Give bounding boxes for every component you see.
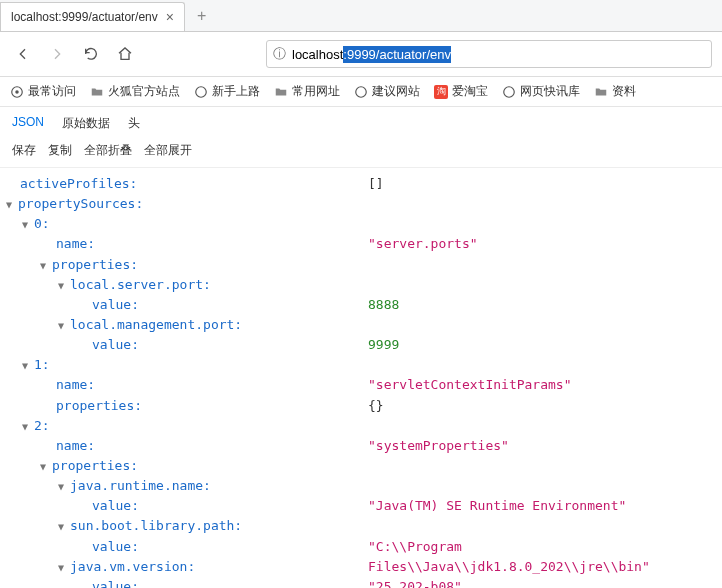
tab-title: localhost:9999/actuator/env — [11, 10, 158, 24]
json-value: 8888 — [368, 295, 399, 315]
browser-tab[interactable]: localhost:9999/actuator/env × — [0, 2, 185, 31]
json-key[interactable]: ▼1: — [4, 355, 60, 375]
collapse-icon[interactable]: ▼ — [38, 459, 48, 475]
url-text: localhost:9999/actuator/env — [292, 47, 705, 62]
svg-point-0 — [15, 90, 19, 94]
reload-button[interactable] — [78, 41, 104, 67]
new-tab-button[interactable]: + — [185, 1, 218, 31]
collapse-icon[interactable]: ▼ — [56, 278, 66, 294]
json-key[interactable]: ▼java.runtime.name: — [4, 476, 221, 496]
json-value: 9999 — [368, 335, 399, 355]
collapse-icon[interactable]: ▼ — [56, 519, 66, 535]
forward-button[interactable] — [44, 41, 70, 67]
json-key[interactable]: ▼properties: — [4, 255, 148, 275]
actions-bar: 保存 复制 全部折叠 全部展开 — [0, 138, 722, 168]
bookmark-newbie[interactable]: 新手上路 — [194, 83, 260, 100]
tab-head[interactable]: 头 — [128, 115, 140, 132]
json-key[interactable]: ▼java.vm.version: — [4, 557, 205, 577]
action-copy[interactable]: 复制 — [48, 142, 72, 159]
json-key[interactable]: ▼properties: — [4, 456, 148, 476]
bookmark-most-visited[interactable]: 最常访问 — [10, 83, 76, 100]
info-icon[interactable]: ⓘ — [273, 45, 286, 63]
json-key[interactable]: ▼propertySources: — [4, 194, 153, 214]
json-value: "25.202-b08" — [368, 577, 462, 588]
collapse-icon[interactable]: ▼ — [38, 258, 48, 274]
url-bar[interactable]: ⓘ localhost:9999/actuator/env — [266, 40, 712, 68]
json-key[interactable]: properties: — [4, 396, 152, 416]
json-key[interactable]: ▼local.server.port: — [4, 275, 221, 295]
bookmark-data[interactable]: 资料 — [594, 83, 636, 100]
collapse-icon[interactable]: ▼ — [4, 197, 14, 213]
nav-row: ⓘ localhost:9999/actuator/env — [0, 32, 722, 77]
json-viewer: activeProfiles:[] ▼propertySources: ▼0: … — [0, 168, 722, 588]
svg-point-4 — [504, 86, 515, 97]
bookmarks-bar: 最常访问 火狐官方站点 新手上路 常用网址 建议网站 淘爱淘宝 网页快讯库 资料 — [0, 77, 722, 107]
collapse-icon[interactable]: ▼ — [20, 358, 30, 374]
collapse-icon[interactable]: ▼ — [20, 419, 30, 435]
action-expand-all[interactable]: 全部展开 — [144, 142, 192, 159]
json-value: [] — [368, 174, 384, 194]
json-key[interactable]: ▼2: — [4, 416, 60, 436]
action-save[interactable]: 保存 — [12, 142, 36, 159]
json-key[interactable]: ▼sun.boot.library.path: — [4, 516, 252, 536]
tab-json[interactable]: JSON — [12, 115, 44, 132]
action-collapse-all[interactable]: 全部折叠 — [84, 142, 132, 159]
svg-point-2 — [196, 86, 207, 97]
json-key[interactable]: value: — [4, 496, 149, 516]
taobao-icon: 淘 — [434, 85, 448, 99]
json-value: "systemProperties" — [368, 436, 509, 456]
tab-bar: localhost:9999/actuator/env × + — [0, 0, 722, 32]
bookmark-suggest[interactable]: 建议网站 — [354, 83, 420, 100]
json-value: "Java(TM) SE Runtime Environment" — [368, 496, 626, 516]
json-key[interactable]: value: — [4, 537, 149, 557]
json-key[interactable]: name: — [4, 234, 105, 254]
json-key[interactable]: name: — [4, 375, 105, 395]
collapse-icon[interactable]: ▼ — [20, 217, 30, 233]
collapse-icon[interactable]: ▼ — [56, 318, 66, 334]
json-key[interactable]: ▼local.management.port: — [4, 315, 252, 335]
json-value: "server.ports" — [368, 234, 478, 254]
collapse-icon[interactable]: ▼ — [56, 560, 66, 576]
bookmark-flash[interactable]: 网页快讯库 — [502, 83, 580, 100]
json-key[interactable]: value: — [4, 295, 149, 315]
json-key[interactable]: value: — [4, 577, 149, 588]
json-key[interactable]: ▼0: — [4, 214, 60, 234]
svg-point-3 — [356, 86, 367, 97]
home-button[interactable] — [112, 41, 138, 67]
bookmark-common[interactable]: 常用网址 — [274, 83, 340, 100]
json-key[interactable]: activeProfiles: — [4, 174, 147, 194]
collapse-icon[interactable]: ▼ — [56, 479, 66, 495]
json-value: "C:\\Program Files\\Java\\jdk1.8.0_202\\… — [368, 537, 722, 577]
close-icon[interactable]: × — [166, 9, 174, 25]
json-key[interactable]: name: — [4, 436, 105, 456]
bookmark-firefox[interactable]: 火狐官方站点 — [90, 83, 180, 100]
back-button[interactable] — [10, 41, 36, 67]
view-tabs: JSON 原始数据 头 — [0, 107, 722, 138]
tab-raw[interactable]: 原始数据 — [62, 115, 110, 132]
json-key[interactable]: value: — [4, 335, 149, 355]
json-value: "servletContextInitParams" — [368, 375, 572, 395]
bookmark-taobao[interactable]: 淘爱淘宝 — [434, 83, 488, 100]
json-value: {} — [368, 396, 384, 416]
